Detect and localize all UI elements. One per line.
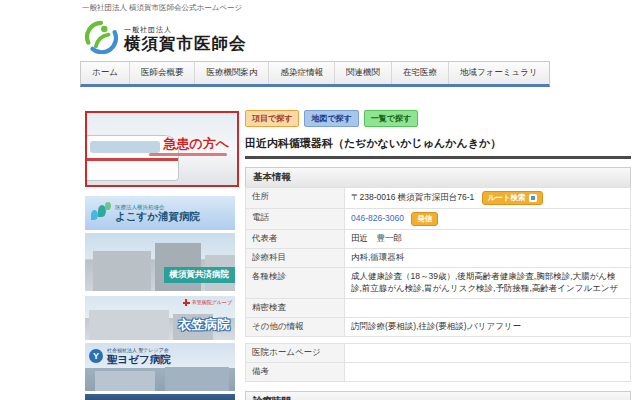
other-info-label: その他の情報 xyxy=(246,318,345,337)
table-row-address: 住所 〒238-0016 横須賀市深田台76-1 ルート検索 xyxy=(246,188,631,209)
director-label: 代表者 xyxy=(246,230,345,249)
joseph-hospital-name: 聖ヨゼフ病院 xyxy=(107,353,171,366)
kinugasa-group-label: 衣笠病院グループ xyxy=(192,300,232,306)
medical-association-logo-icon xyxy=(84,20,118,58)
table-row-director: 代表者 田近 豊一郎 xyxy=(246,230,631,249)
banner-yokosuka-kyosai-hospital[interactable]: 横須賀共済病院 xyxy=(85,233,235,291)
nav-item-institutions[interactable]: 医療機関案内 xyxy=(194,62,268,84)
building-graphic xyxy=(165,367,229,391)
hours-section: 診療時間 午前 午後 月 9:00 ～ 12:00 15:00 ～ 18:00 … xyxy=(245,391,631,400)
nav-item-infection-info[interactable]: 感染症情報 xyxy=(268,62,334,84)
homepage-label: 医院ホームページ xyxy=(246,344,345,363)
homepage-value xyxy=(345,344,631,363)
search-toolbar: 項目で探す 地図で探す 一覧で探す xyxy=(245,110,631,127)
banner-kinugasa-hospital[interactable]: 衣笠病院グループ 衣笠病院 xyxy=(85,296,235,340)
banner-st-joseph-hospital[interactable]: Y 社会福祉法人 聖テレジア会 聖ヨゼフ病院 xyxy=(85,343,235,391)
search-by-list-button[interactable]: 一覧で探す xyxy=(364,110,418,127)
brand-text: 一般社団法人 横須賀市医師会 xyxy=(124,26,247,52)
site-tagline: 一般社団法人 横須賀市医師会公式ホームページ xyxy=(82,3,242,13)
departments-label: 診療科目 xyxy=(246,249,345,268)
kinugasa-hospital-name: 衣笠病院 xyxy=(178,316,230,334)
table-row-screenings: 各種検診 成人健康診査（18～39歳）,後期高齢者健康診査,胸部検診,大腸がん検… xyxy=(246,268,631,299)
brand-org-type: 一般社団法人 xyxy=(124,26,247,34)
building-graphic xyxy=(93,251,151,291)
basic-info-heading: 基本情報 xyxy=(245,167,631,187)
emergency-banner[interactable]: 急患の方へ xyxy=(85,111,239,187)
red-cross-icon xyxy=(183,299,190,306)
clinic-page-title: 田近内科循環器科（たぢかないかじゅんかんきか） xyxy=(245,136,631,159)
detailed-exam-label: 精密検査 xyxy=(246,299,345,318)
nav-item-related-orgs[interactable]: 関連機関 xyxy=(334,62,391,84)
table-row-phone: 電話 046-826-3060 発信 xyxy=(246,209,631,230)
kinugasa-group-mark: 衣笠病院グループ xyxy=(183,299,232,306)
table-row-remarks: 備考 xyxy=(246,363,631,382)
remarks-value xyxy=(345,363,631,382)
address-value: 〒238-0016 横須賀市深田台76-1 xyxy=(351,192,474,202)
uraga-hospital-name: よこすか浦賀病院 xyxy=(115,210,200,222)
table-row-departments: 診療科目 内科,循環器科 xyxy=(246,249,631,268)
sidebar-banners: 急患の方へ 医療法人横浜柏堤会 よこすか浦賀病院 横須賀共済病院 衣笠病院グルー… xyxy=(85,111,235,400)
search-by-map-button[interactable]: 地図で探す xyxy=(304,110,358,127)
screenings-label: 各種検診 xyxy=(246,268,345,299)
joseph-logo-icon: Y xyxy=(89,349,103,363)
table-row-homepage: 医院ホームページ xyxy=(246,344,631,363)
building-graphic xyxy=(89,310,169,340)
site-logo[interactable]: 一般社団法人 横須賀市医師会 xyxy=(84,20,247,58)
joseph-banner-text: Y 社会福祉法人 聖テレジア会 聖ヨゼフ病院 xyxy=(89,347,171,366)
brand-org-name: 横須賀市医師会 xyxy=(124,34,247,52)
page: 一般社団法人 横須賀市医師会公式ホームページ 一般社団法人 横須賀市医師会 ホー… xyxy=(0,0,640,400)
nav-item-formulary[interactable]: 地域フォーミュラリ xyxy=(448,62,549,84)
remarks-label: 備考 xyxy=(246,363,345,382)
uraga-hospital-logo-icon xyxy=(91,202,111,224)
emergency-banner-subtext-graphic xyxy=(149,153,227,156)
table-row-detailed-exam: 精密検査 xyxy=(246,299,631,318)
screenings-value: 成人健康診査（18～39歳）,後期高齢者健康診査,胸部検診,大腸がん検診,前立腺… xyxy=(345,268,631,299)
call-button-label: 発信 xyxy=(417,214,432,224)
main-content: 項目で探す 地図で探す 一覧で探す 田近内科循環器科（たぢかないかじゅんかんきか… xyxy=(245,110,631,400)
director-value: 田近 豊一郎 xyxy=(345,230,631,249)
hours-heading: 診療時間 xyxy=(245,391,631,400)
detailed-exam-value xyxy=(345,299,631,318)
address-label: 住所 xyxy=(246,188,345,209)
phone-label: 電話 xyxy=(246,209,345,230)
departments-value: 内科,循環器科 xyxy=(345,249,631,268)
route-search-button[interactable]: ルート検索 xyxy=(482,191,543,205)
route-search-label: ルート検索 xyxy=(488,193,526,203)
call-button[interactable]: 発信 xyxy=(411,212,438,226)
global-nav: ホーム 医師会概要 医療機関案内 感染症情報 関連機関 在宅医療 地域フォーミュ… xyxy=(80,61,550,87)
building-graphic xyxy=(95,371,155,391)
other-info-value: 訪問診療(要相談),往診(要相談),バリアフリー xyxy=(345,318,631,337)
banner-yokosuka-uraga-hospital[interactable]: 医療法人横浜柏堤会 よこすか浦賀病院 xyxy=(85,196,235,230)
kyosai-hospital-name: 横須賀共済病院 xyxy=(164,267,236,283)
search-by-item-button[interactable]: 項目で探す xyxy=(245,110,299,127)
route-map-icon xyxy=(529,194,537,202)
emergency-banner-title: 急患の方へ xyxy=(163,135,229,153)
uraga-banner-text: 医療法人横浜柏堤会 よこすか浦賀病院 xyxy=(115,204,200,222)
banner-partial-next[interactable] xyxy=(85,394,235,400)
basic-info-table: 住所 〒238-0016 横須賀市深田台76-1 ルート検索 電話 046-82… xyxy=(245,187,631,337)
links-table: 医院ホームページ 備考 xyxy=(245,343,631,382)
nav-item-home-care[interactable]: 在宅医療 xyxy=(391,62,448,84)
table-row-other-info: その他の情報 訪問診療(要相談),往診(要相談),バリアフリー xyxy=(246,318,631,337)
phone-number-link[interactable]: 046-826-3060 xyxy=(351,213,404,223)
nav-item-home[interactable]: ホーム xyxy=(81,62,129,84)
nav-item-overview[interactable]: 医師会概要 xyxy=(129,62,195,84)
